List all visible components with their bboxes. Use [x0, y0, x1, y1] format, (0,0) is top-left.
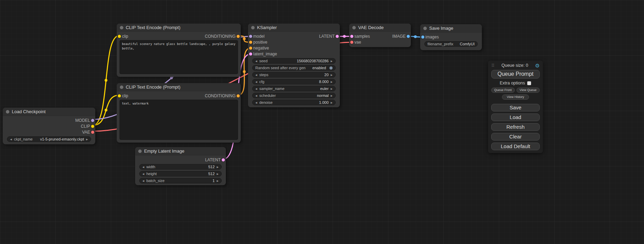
increment-arrow-icon[interactable]: ▶ [331, 74, 333, 76]
node-titlebar[interactable]: Load Checkpoint [3, 108, 95, 116]
collapse-dot-icon[interactable] [120, 26, 123, 29]
increment-arrow-icon[interactable]: ▶ [331, 81, 333, 83]
increment-arrow-icon[interactable]: ▶ [217, 166, 219, 168]
clip-port-icon[interactable] [118, 94, 121, 97]
output-slot-latent[interactable]: LATENT [135, 157, 226, 163]
conditioning-port-icon[interactable] [237, 35, 240, 38]
decrement-arrow-icon[interactable]: ◀ [142, 166, 144, 168]
vae-port-icon[interactable] [91, 130, 94, 134]
decrement-arrow-icon[interactable]: ◀ [255, 81, 257, 83]
widget-ckpt-name[interactable]: ◀ ckpt_name v1-5-pruned-emaonly.ckpt ▶ [7, 136, 91, 142]
collapse-dot-icon[interactable] [138, 150, 142, 153]
decrement-arrow-icon[interactable]: ◀ [142, 173, 144, 175]
slot-row[interactable]: model LATENT [248, 33, 340, 39]
output-slot-clip[interactable]: CLIP [3, 123, 95, 129]
widget-steps[interactable]: ◀ steps 20 ▶ [252, 72, 336, 78]
decrement-arrow-icon[interactable]: ◀ [255, 74, 257, 76]
node-empty-latent-image[interactable]: Empty Latent Image LATENT ◀ width 512 ▶ … [135, 147, 226, 185]
clip-port-icon[interactable] [91, 125, 94, 128]
save-button[interactable]: Save [491, 104, 540, 111]
latent-port-icon[interactable] [222, 158, 225, 161]
input-slot-latent-image[interactable]: latent_image [248, 51, 340, 57]
slot-row[interactable]: clip CONDITIONING [117, 93, 241, 99]
slot-row[interactable]: clip CONDITIONING [117, 33, 241, 39]
node-titlebar[interactable]: CLIP Text Encode (Prompt) [117, 83, 241, 91]
widget-seed[interactable]: ◀ seed 156680208700286 ▶ [252, 58, 336, 64]
widget-scheduler[interactable]: ◀ scheduler normal ▶ [252, 93, 336, 98]
settings-gear-icon[interactable]: ⚙ [535, 63, 540, 68]
latent-port-icon[interactable] [249, 52, 252, 55]
increment-arrow-icon[interactable]: ▶ [86, 138, 88, 141]
vae-port-icon[interactable] [350, 40, 353, 44]
prompt-textarea[interactable]: beautiful scenery nature glass bottle la… [120, 40, 238, 74]
decrement-arrow-icon[interactable]: ◀ [255, 60, 257, 62]
load-button[interactable]: Load [491, 114, 540, 121]
latent-port-icon[interactable] [336, 35, 339, 38]
collapse-dot-icon[interactable] [251, 26, 255, 29]
node-titlebar[interactable]: Save Image [420, 24, 482, 33]
conditioning-port-icon[interactable] [249, 46, 252, 49]
collapse-dot-icon[interactable] [6, 110, 9, 114]
decrement-arrow-icon[interactable]: ◀ [255, 88, 257, 90]
latent-port-icon[interactable] [350, 35, 353, 38]
graph-canvas[interactable]: Load Checkpoint MODEL CLIP VAE ◀ ckpt_na… [0, 0, 644, 244]
node-titlebar[interactable]: KSampler [248, 24, 340, 32]
node-titlebar[interactable]: Empty Latent Image [135, 147, 226, 155]
refresh-button[interactable]: Refresh [491, 123, 540, 131]
decrement-arrow-icon[interactable]: ◀ [255, 94, 257, 97]
widget-random-seed-toggle[interactable]: Random seed after every gen enabled [252, 65, 336, 71]
view-queue-button[interactable]: View Queue [517, 88, 540, 93]
node-vae-decode[interactable]: VAE Decode samples IMAGE vae [349, 24, 411, 47]
node-titlebar[interactable]: VAE Decode [349, 24, 411, 32]
slot-row[interactable]: samples IMAGE [349, 33, 411, 39]
node-titlebar[interactable]: CLIP Text Encode (Prompt) [117, 24, 241, 32]
increment-arrow-icon[interactable]: ▶ [331, 94, 333, 97]
widget-cfg[interactable]: ◀ cfg 8.000 ▶ [252, 79, 336, 84]
increment-arrow-icon[interactable]: ▶ [217, 180, 219, 182]
conditioning-port-icon[interactable] [249, 40, 252, 44]
output-slot-vae[interactable]: VAE [3, 129, 95, 135]
conditioning-port-icon[interactable] [237, 94, 240, 97]
extra-options-checkbox[interactable] [527, 81, 531, 85]
increment-arrow-icon[interactable]: ▶ [217, 173, 219, 175]
collapse-dot-icon[interactable] [120, 85, 123, 89]
decrement-arrow-icon[interactable]: ◀ [142, 180, 144, 182]
input-slot-positive[interactable]: positive [248, 39, 340, 45]
view-history-button[interactable]: View History [502, 94, 529, 100]
model-port-icon[interactable] [91, 119, 94, 122]
toggle-indicator-icon[interactable] [329, 66, 333, 70]
node-ksampler[interactable]: KSampler model LATENT positive negative … [248, 24, 340, 107]
queue-prompt-button[interactable]: Queue Prompt [491, 70, 540, 79]
image-port-icon[interactable] [421, 35, 424, 38]
clear-button[interactable]: Clear [491, 133, 540, 141]
widget-height[interactable]: ◀ height 512 ▶ [139, 171, 222, 177]
drag-handle-icon[interactable]: ⠿ [491, 63, 495, 68]
increment-arrow-icon[interactable]: ▶ [331, 101, 333, 104]
image-port-icon[interactable] [407, 35, 410, 38]
node-clip-text-encode-negative[interactable]: CLIP Text Encode (Prompt) clip CONDITION… [117, 83, 241, 143]
node-load-checkpoint[interactable]: Load Checkpoint MODEL CLIP VAE ◀ ckpt_na… [3, 108, 95, 144]
input-slot-images[interactable]: images [420, 34, 482, 40]
widget-denoise[interactable]: ◀ denoise 1.000 ▶ [252, 100, 336, 105]
queue-front-button[interactable]: Queue Front [491, 88, 515, 93]
decrement-arrow-icon[interactable]: ◀ [255, 101, 257, 104]
input-slot-negative[interactable]: negative [248, 45, 340, 51]
decrement-arrow-icon[interactable]: ◀ [10, 138, 12, 141]
model-port-icon[interactable] [249, 35, 252, 38]
input-slot-vae[interactable]: vae [349, 39, 411, 45]
collapse-dot-icon[interactable] [423, 27, 427, 30]
increment-arrow-icon[interactable]: ▶ [331, 60, 333, 62]
widget-batch-size[interactable]: ◀ batch_size 1 ▶ [139, 178, 222, 183]
widget-filename-prefix[interactable]: filename_prefix ComfyUI [424, 41, 478, 47]
widget-sampler-name[interactable]: ◀ sampler_name euler ▶ [252, 86, 336, 91]
increment-arrow-icon[interactable]: ▶ [331, 88, 333, 90]
clip-port-icon[interactable] [118, 35, 121, 38]
prompt-textarea[interactable]: text, watermark [120, 100, 238, 140]
output-slot-model[interactable]: MODEL [3, 117, 95, 123]
load-default-button[interactable]: Load Default [491, 143, 540, 150]
node-clip-text-encode-positive[interactable]: CLIP Text Encode (Prompt) clip CONDITION… [117, 24, 241, 77]
widget-value: euler [320, 87, 328, 91]
widget-width[interactable]: ◀ width 512 ▶ [139, 164, 222, 170]
node-save-image[interactable]: Save Image images filename_prefix ComfyU… [420, 24, 482, 50]
collapse-dot-icon[interactable] [352, 26, 356, 29]
